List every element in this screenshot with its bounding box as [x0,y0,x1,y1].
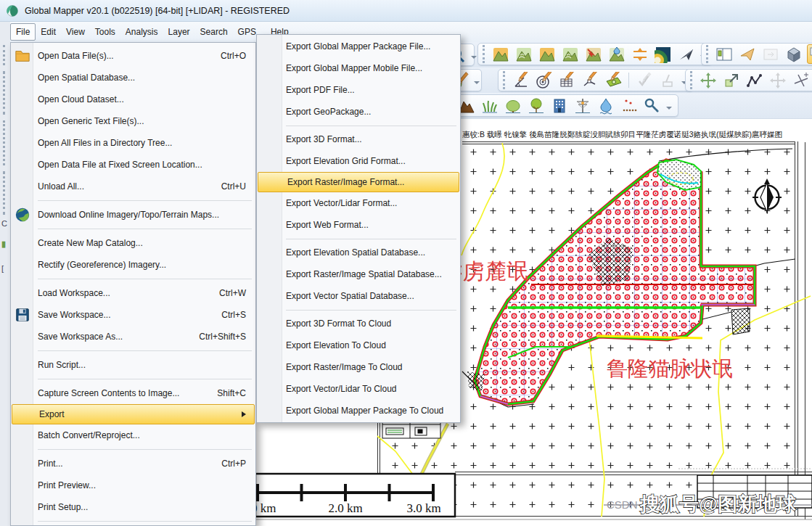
menu-item-open-generic-text[interactable]: Open Generic Text File(s)... [11,110,255,132]
menu-item-export-web-format[interactable]: Export Web Format... [257,214,460,236]
toolbar-grip[interactable] [503,71,505,89]
menu-item-batch-convert[interactable]: Batch Convert/Reproject... [11,424,255,446]
terrain-peaks-button[interactable] [537,44,557,64]
toolbar-grip[interactable] [3,71,8,115]
menu-item-export-elevation-spatial-db[interactable]: Export Elevation Spatial Database... [257,242,460,263]
menu-item-export-raster-image[interactable]: Export Raster/Image Format... [258,172,459,192]
jump-to-view-button[interactable] [737,44,757,64]
menu-tools[interactable]: Tools [90,22,120,42]
toolbar-overflow-icon[interactable] [666,107,672,112]
menu-item-open-spatial-database[interactable]: Open Spatial Database... [11,67,255,89]
menu-item-print-setup[interactable]: Print Setup... [11,496,255,518]
scale-label-3: 3.0 km [406,501,440,515]
draw-building-button[interactable] [549,96,569,115]
toolbar-overflow-icon[interactable] [471,56,477,62]
toolbar-grip[interactable] [3,45,8,65]
edit-vertices-button[interactable] [745,70,764,90]
draw-water-button[interactable] [596,96,615,115]
menu-item-open-fixed-screen[interactable]: Open Data File at Fixed Screen Location.… [11,154,255,176]
menu-item-export-vector-spatial-db[interactable]: Export Vector Spatial Database... [257,285,460,307]
digitizer-trim-button[interactable] [657,70,677,90]
toolbar-grip[interactable] [690,71,692,89]
menu-item-export-pdf[interactable]: Export PDF File... [257,79,460,101]
menu-item-save-workspace[interactable]: Save Workspace... Ctrl+S [11,304,255,326]
digitizer-attributes-button[interactable] [557,70,577,90]
draw-scatter-button[interactable] [619,96,639,115]
menu-item-export-gm-package[interactable]: Export Global Mapper Package File... [257,36,460,57]
menu-item-export-raster-spatial-db[interactable]: Export Raster/Image Spatial Database... [257,263,460,285]
toolbar-group-features [451,94,678,117]
menu-item-run-script[interactable]: Run Script... [11,354,255,376]
watershed-icon [585,46,602,63]
menu-layer[interactable]: Layer [163,22,195,42]
menu-item-open-directory-tree[interactable]: Open All Files in a Directory Tree... [11,132,255,154]
menu-item-export-vector-cloud[interactable]: Export Vector/Lidar To Cloud [257,378,460,400]
show-elevation-legend-button[interactable] [491,44,510,64]
menu-item-create-map-catalog[interactable]: Create New Map Catalog... [11,232,255,254]
menu-item-open-cloud-dataset[interactable]: Open Cloud Dataset... [11,89,255,110]
floppy-icon [15,307,30,323]
menu-item-download-online[interactable]: Download Online Imagery/Topo/Terrain Map… [11,204,255,226]
menu-item-unload-all[interactable]: Unload All... Ctrl+U [11,176,255,197]
toolbar-grip[interactable] [706,45,708,63]
menu-file[interactable]: File [10,23,36,41]
menu-search[interactable]: Search [195,22,233,42]
digitizer-coordinate-button[interactable] [511,70,530,90]
contours-icon [515,46,533,63]
dock-panel-button[interactable] [760,44,780,64]
toolbar-overflow-icon[interactable] [474,81,480,87]
swap-2d-3d-button[interactable] [807,44,812,64]
menu-item-load-workspace[interactable]: Load Workspace... Ctrl+W [11,282,255,304]
snap-to-angle-button[interactable] [791,70,811,90]
menu-item-open-data-files[interactable]: Open Data File(s)... Ctrl+O [11,45,255,67]
access-key-button[interactable] [642,96,662,115]
menu-item-save-workspace-as[interactable]: Save Workspace As... Ctrl+Shift+S [11,326,255,348]
menu-item-export-elevation-cloud[interactable]: Export Elevation To Cloud [257,334,460,356]
move-feature-button[interactable] [698,70,718,90]
draw-tree-button[interactable] [526,96,546,115]
watershed-button[interactable] [583,44,603,64]
fly-through-icon [678,46,695,63]
menu-item-export-3d-cloud[interactable]: Export 3D Format To Cloud [257,313,460,334]
menu-item-export[interactable]: Export [12,404,255,424]
digitizer-range-rings-button[interactable] [534,70,554,90]
menu-item-rectify-imagery[interactable]: Rectify (Georeference) Imagery... [11,254,255,276]
toolbar-grip[interactable] [3,120,8,165]
menu-item-export-raster-cloud[interactable]: Export Raster/Image To Cloud [257,356,460,378]
digitizer-vertex-button[interactable] [581,70,600,90]
path-profile-button[interactable] [630,44,649,64]
menu-analysis[interactable]: Analysis [120,22,163,42]
draw-power-line-button[interactable] [573,96,592,115]
show-contours-button[interactable] [514,44,533,64]
digitizer-area-cost-button[interactable] [604,70,623,90]
scale-feature-button[interactable] [721,70,741,90]
menu-item-label: Open Data File(s)... [38,51,114,61]
menu-item-label: Open All Files in a Directory Tree... [38,138,172,148]
pan-features-button[interactable] [768,70,787,90]
menu-item-export-vector-lidar[interactable]: Export Vector/Lidar Format... [257,192,460,214]
menu-view[interactable]: View [61,22,90,42]
3d-view-button[interactable] [784,44,803,64]
menu-item-export-gm-mobile[interactable]: Export Global Mapper Mobile File... [257,57,460,79]
digitizer-verify-button[interactable] [634,70,654,90]
split-screen-button[interactable] [714,44,734,64]
water-level-rise-button[interactable] [607,44,626,64]
menu-item-export-elevation-grid[interactable]: Export Elevation Grid Format... [257,150,460,172]
menu-item-capture-screen[interactable]: Capture Screen Contents to Image... Shif… [11,382,255,404]
shader-tile-button[interactable] [653,44,673,64]
menu-item-shortcut: Ctrl+Shift+S [199,332,255,342]
draw-shrub-button[interactable] [503,96,522,115]
menu-item-print[interactable]: Print... Ctrl+P [11,453,255,474]
toolbar-grip[interactable] [3,171,8,215]
view-shed-icon [562,46,579,63]
view-shed-button[interactable] [560,44,580,64]
fly-through-button[interactable] [676,44,696,64]
menu-item-label: Unload All... [38,181,84,192]
menu-item-export-gm-package-cloud[interactable]: Export Global Mapper Package To Cloud [257,400,460,422]
draw-grass-button[interactable] [480,96,499,115]
menu-item-export-geopackage[interactable]: Export GeoPackage... [257,101,460,123]
menu-item-print-preview[interactable]: Print Preview... [11,474,255,496]
toolbar-grip[interactable] [483,45,485,63]
menu-edit[interactable]: Edit [36,22,61,42]
menu-item-export-3d-format[interactable]: Export 3D Format... [257,128,460,150]
